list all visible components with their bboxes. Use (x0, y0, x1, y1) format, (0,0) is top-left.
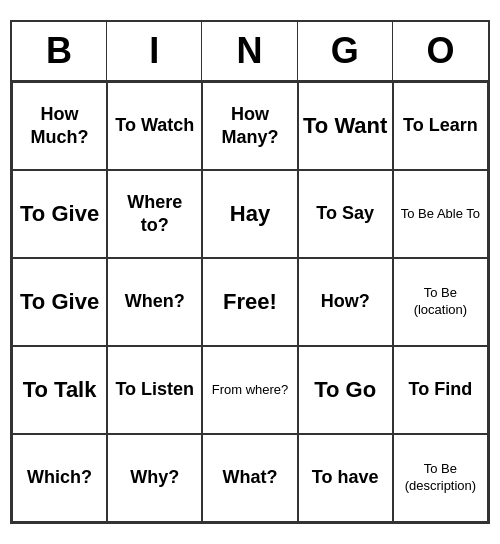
bingo-header-I: I (107, 22, 202, 80)
bingo-cell-2: How Many? (202, 82, 297, 170)
bingo-cell-14: To Be (location) (393, 258, 488, 346)
bingo-grid: How Much?To WatchHow Many?To WantTo Lear… (12, 82, 488, 522)
bingo-cell-5: To Give (12, 170, 107, 258)
bingo-cell-20: Which? (12, 434, 107, 522)
bingo-cell-13: How? (298, 258, 393, 346)
bingo-header-B: B (12, 22, 107, 80)
bingo-cell-6: Where to? (107, 170, 202, 258)
bingo-cell-16: To Listen (107, 346, 202, 434)
bingo-cell-0: How Much? (12, 82, 107, 170)
bingo-cell-1: To Watch (107, 82, 202, 170)
bingo-cell-22: What? (202, 434, 297, 522)
bingo-cell-8: To Say (298, 170, 393, 258)
bingo-cell-11: When? (107, 258, 202, 346)
bingo-cell-7: Hay (202, 170, 297, 258)
bingo-cell-15: To Talk (12, 346, 107, 434)
bingo-cell-17: From where? (202, 346, 297, 434)
bingo-header-O: O (393, 22, 488, 80)
bingo-cell-19: To Find (393, 346, 488, 434)
bingo-cell-23: To have (298, 434, 393, 522)
bingo-cell-10: To Give (12, 258, 107, 346)
bingo-header-G: G (298, 22, 393, 80)
bingo-cell-18: To Go (298, 346, 393, 434)
bingo-header: BINGO (12, 22, 488, 82)
bingo-cell-9: To Be Able To (393, 170, 488, 258)
bingo-cell-12: Free! (202, 258, 297, 346)
bingo-header-N: N (202, 22, 297, 80)
bingo-cell-24: To Be (description) (393, 434, 488, 522)
bingo-cell-21: Why? (107, 434, 202, 522)
bingo-cell-4: To Learn (393, 82, 488, 170)
bingo-card: BINGO How Much?To WatchHow Many?To WantT… (10, 20, 490, 524)
bingo-cell-3: To Want (298, 82, 393, 170)
